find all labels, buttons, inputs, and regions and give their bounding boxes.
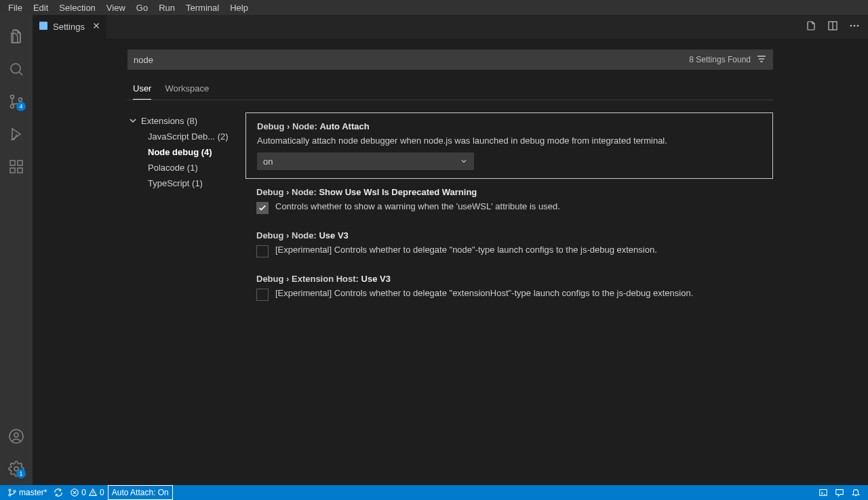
run-debug-icon[interactable] (0, 118, 33, 150)
toc-item-label: TypeScript (148, 178, 189, 188)
svg-rect-5 (18, 161, 22, 165)
status-auto-attach[interactable]: Auto Attach: On (108, 485, 173, 500)
toc-item[interactable]: Node debug (4) (127, 144, 245, 160)
toc-head-count: (8) (186, 116, 197, 126)
status-branch[interactable]: master* (4, 485, 50, 500)
editor-area: Settings 8 Settings Found (33, 15, 868, 485)
toc-head-label: Extensions (141, 116, 184, 126)
status-feedback-icon[interactable] (831, 485, 848, 500)
settings-search[interactable]: 8 Settings Found (127, 49, 773, 70)
editor-actions (806, 20, 868, 33)
setting-category: Debug › Node: (256, 187, 319, 197)
setting-item: Debug › Node: Use V3 [Experimental] Cont… (245, 222, 773, 266)
setting-description: [Experimental] Controls whether to deleg… (275, 288, 693, 298)
status-terminal-icon[interactable] (815, 485, 831, 500)
settings-search-input[interactable] (134, 55, 689, 65)
setting-description: Controls whether to show a warning when … (275, 201, 560, 211)
svg-rect-6 (10, 168, 15, 173)
setting-item: Debug › Node: Auto Attach Automatically … (245, 112, 773, 179)
setting-select-value: on (263, 157, 273, 167)
setting-description: Automatically attach node debugger when … (257, 136, 762, 146)
menu-terminal[interactable]: Terminal (180, 1, 224, 14)
chevron-down-icon (127, 115, 138, 126)
svg-point-13 (854, 25, 856, 27)
settings-filter-icon[interactable] (756, 54, 767, 66)
svg-point-0 (11, 64, 20, 73)
status-bell-icon[interactable] (848, 485, 864, 500)
error-icon (70, 488, 79, 497)
setting-name: Show Use Wsl Is Deprecated Warning (319, 187, 477, 197)
toc-item-count: (1) (192, 178, 203, 188)
setting-category: Debug › Node: (257, 121, 319, 131)
setting-item: Debug › Extension Host: Use V3 [Experime… (245, 266, 773, 309)
menu-view[interactable]: View (101, 1, 131, 14)
scope-tab-user[interactable]: User (133, 79, 151, 100)
status-branch-label: master* (19, 488, 47, 497)
status-problems[interactable]: 0 0 (66, 485, 107, 500)
sync-icon (54, 488, 63, 497)
setting-category: Debug › Node: (256, 230, 319, 241)
toc-item-label: Polacode (148, 163, 184, 173)
warning-icon (88, 488, 98, 497)
chevron-down-icon (460, 157, 468, 165)
toc-item[interactable]: JavaScript Deb... (2) (127, 129, 245, 144)
more-actions-icon[interactable] (849, 20, 860, 33)
setting-checkbox[interactable] (256, 289, 269, 301)
svg-point-15 (9, 489, 11, 491)
menu-file[interactable]: File (3, 1, 28, 14)
explorer-icon[interactable] (0, 20, 33, 53)
split-editor-icon[interactable] (827, 20, 838, 33)
menu-help[interactable]: Help (224, 1, 254, 14)
toc-item-label: Node debug (148, 147, 199, 157)
activity-bar: 4 1 (0, 15, 33, 485)
open-settings-json-icon[interactable] (806, 20, 816, 33)
extensions-icon[interactable] (0, 150, 33, 183)
menu-go[interactable]: Go (131, 1, 153, 14)
toc-item-label: JavaScript Deb... (148, 131, 215, 142)
check-icon (258, 203, 267, 213)
toc-item[interactable]: Polacode (1) (127, 160, 245, 175)
setting-select[interactable]: on (257, 152, 474, 170)
setting-name: Use V3 (319, 230, 348, 241)
setting-name: Auto Attach (319, 121, 369, 131)
menu-edit[interactable]: Edit (28, 1, 54, 14)
manage-gear-icon[interactable]: 1 (0, 453, 33, 485)
settings-badge: 1 (16, 469, 26, 478)
status-warnings: 0 (100, 488, 104, 497)
status-sync[interactable] (50, 485, 66, 500)
svg-point-14 (857, 25, 859, 27)
setting-description: [Experimental] Controls whether to deleg… (275, 245, 657, 255)
setting-name: Use V3 (361, 274, 391, 284)
search-icon[interactable] (0, 53, 33, 85)
toc-extensions[interactable]: Extensions (8) (127, 112, 245, 129)
tab-title: Settings (53, 22, 85, 32)
svg-point-8 (9, 430, 23, 443)
setting-checkbox[interactable] (256, 202, 269, 214)
setting-checkbox[interactable] (256, 245, 269, 257)
svg-point-12 (850, 25, 852, 27)
setting-item: Debug › Node: Show Use Wsl Is Deprecated… (245, 179, 773, 222)
scope-tab-workspace[interactable]: Workspace (165, 79, 209, 100)
status-auto-attach-label: Auto Attach: On (112, 488, 169, 497)
setting-category: Debug › Extension Host: (256, 274, 361, 284)
tab-bar: Settings (33, 15, 868, 39)
menu-selection[interactable]: Selection (54, 1, 100, 14)
source-control-icon[interactable]: 4 (0, 85, 33, 118)
svg-point-3 (19, 98, 22, 102)
settings-found-count: 8 Settings Found (689, 55, 751, 64)
svg-rect-7 (18, 168, 22, 173)
settings-toc: Extensions (8) JavaScript Deb... (2)Node… (127, 112, 245, 309)
tab-settings[interactable]: Settings (33, 15, 107, 39)
svg-point-17 (14, 491, 16, 493)
svg-rect-4 (10, 161, 15, 165)
toc-item[interactable]: TypeScript (1) (127, 175, 245, 191)
accounts-icon[interactable] (0, 420, 33, 453)
settings-file-icon (38, 20, 49, 33)
svg-point-1 (11, 96, 14, 99)
settings-list: Debug › Node: Auto Attach Automatically … (245, 112, 773, 309)
toc-item-count: (2) (218, 131, 229, 142)
settings-scope-tabs: User Workspace (127, 79, 773, 100)
tab-close-icon[interactable] (92, 21, 101, 33)
branch-icon (7, 488, 17, 497)
menu-run[interactable]: Run (153, 1, 180, 14)
